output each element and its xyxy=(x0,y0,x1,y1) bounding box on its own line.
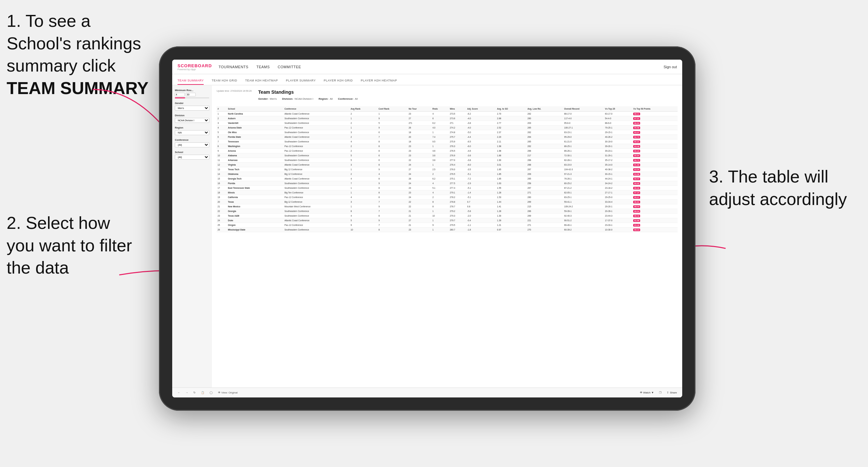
cell-no-tour: 22 xyxy=(408,200,432,204)
table-row: 4 Arizona State Pac-12 Conference 1 9 26… xyxy=(217,126,678,130)
toolbar-timer-btn[interactable]: ◯ xyxy=(208,391,214,395)
nav-teams[interactable]: TEAMS xyxy=(256,64,270,70)
cell-conference: Atlantic Coast Conference xyxy=(283,177,350,181)
cell-school: North Carolina xyxy=(227,112,283,116)
minimum-round-track xyxy=(175,97,209,98)
table-header-row: # School Conference Avg Rank Conf Rank N… xyxy=(217,106,678,112)
cell-wins: 276.5 xyxy=(449,149,466,153)
cell-conf-rank: 8 xyxy=(377,163,408,167)
table-row: 17 East Tennessee State Southeastern Con… xyxy=(217,186,678,190)
cell-rank: 8 xyxy=(217,144,227,149)
cell-rnds: 2 xyxy=(432,172,449,177)
division-label: Division xyxy=(175,114,209,117)
cell-points: 87.24 xyxy=(632,190,678,195)
cell-avg-low: 269 xyxy=(527,200,563,204)
cell-wins: 276.4 xyxy=(449,163,466,167)
table-row: 18 Illinois Big Ten Conference 1 8 23 4 … xyxy=(217,190,678,195)
subnav-player-summary[interactable]: PLAYER SUMMARY xyxy=(286,79,316,85)
subnav-player-h2h-grid[interactable]: PLAYER H2H GRID xyxy=(323,79,353,85)
cell-conference: Southeastern Conference xyxy=(283,214,350,218)
cell-avg-rank: 2 xyxy=(350,121,377,126)
toolbar-expand-btn[interactable]: ❐ xyxy=(658,391,663,395)
cell-school: Auburn xyxy=(227,116,283,121)
cell-conference: Southeastern Conference xyxy=(283,130,350,135)
cell-points: 80.94 xyxy=(632,153,678,158)
logo-text: SCOREBOARD xyxy=(178,63,212,68)
cell-overall: 95-29-0 xyxy=(563,135,604,139)
cell-conf-rank: 8 xyxy=(377,144,408,149)
cell-rank: 13 xyxy=(217,167,227,172)
cell-no-tour: 23 xyxy=(408,153,432,158)
nav-committee[interactable]: COMMITTEE xyxy=(278,64,301,70)
subnav-team-h2h-heatmap[interactable]: TEAM H2H HEATMAP xyxy=(245,79,278,85)
table-row: 23 Texas A&M Southeastern Conference 4 8… xyxy=(217,214,678,218)
toolbar-view-original-btn[interactable]: 👁 View: Original xyxy=(217,391,239,395)
cell-vs25: 35-14-0 xyxy=(604,163,632,167)
table-row: 13 Texas Tech Big 12 Conference 1 9 27 2… xyxy=(217,167,678,172)
cell-vs25: 29-25-0 xyxy=(604,195,632,200)
nav-tournaments[interactable]: TOURNAMENTS xyxy=(219,64,248,70)
points-badge: 83.34 xyxy=(633,168,640,171)
conference-select[interactable]: (All) xyxy=(175,143,209,147)
sign-out-button[interactable]: Sign out xyxy=(664,65,677,69)
cell-avg-rank: 5 xyxy=(350,153,377,158)
cell-rnds: 1 xyxy=(432,130,449,135)
cell-adj-score: -7.2 xyxy=(466,177,496,181)
cell-avg-low: 217 xyxy=(527,153,563,158)
cell-vs25: 34-24-2 xyxy=(604,181,632,186)
toolbar-back-btn[interactable]: ← xyxy=(176,391,182,395)
cell-avg-rank: 1 xyxy=(350,126,377,130)
col-rank: # xyxy=(217,106,227,112)
cell-overall: 109-24-2 xyxy=(563,204,604,209)
toolbar-forward-btn[interactable]: → xyxy=(184,391,189,395)
points-badge: 80.21 xyxy=(633,141,640,143)
cell-wins: 279.1 xyxy=(449,190,466,195)
cell-conf-rank: 8 xyxy=(377,227,408,232)
cell-conf-rank: 8 xyxy=(377,149,408,153)
cell-rnds: 1 xyxy=(432,209,449,214)
col-overall: Overall Record xyxy=(563,106,604,112)
cell-conference: Southeastern Conference xyxy=(283,116,350,121)
cell-vs25: 31-29-1 xyxy=(604,153,632,158)
subnav-team-summary[interactable]: TEAM SUMMARY xyxy=(178,79,204,85)
cell-rnds: 1 xyxy=(432,144,449,149)
subnav-player-h2h-heatmap[interactable]: PLAYER H2H HEATMAP xyxy=(361,79,397,85)
minimum-round-max-input[interactable] xyxy=(186,93,196,96)
cell-conf-rank: 9 xyxy=(377,116,408,121)
cell-conference: Southeastern Conference xyxy=(283,158,350,163)
cell-no-tour: 24 xyxy=(408,186,432,190)
cell-overall: 80-25-2 xyxy=(563,181,604,186)
division-select[interactable]: NCAA Division I NCAA Division II NCAA Di… xyxy=(175,118,209,123)
minimum-round-min-input[interactable] xyxy=(175,93,185,96)
cell-avg-so: 2.70 xyxy=(496,112,527,116)
school-select[interactable]: (All) xyxy=(175,155,209,160)
table-row: 3 Vanderbilt Southeastern Conference 2 5… xyxy=(217,121,678,126)
cell-vs25: 20-39-1 xyxy=(604,209,632,214)
region-select[interactable]: N/A All xyxy=(175,130,209,135)
cell-avg-low: 269 xyxy=(527,214,563,218)
cell-conference: Big 12 Conference xyxy=(283,172,350,177)
table-row: 16 Florida Southeastern Conference 7 9 2… xyxy=(217,181,678,186)
cell-vs25: 30-19-0 xyxy=(604,139,632,144)
table-row: 21 New Mexico Mountain West Conference 1… xyxy=(217,204,678,209)
cell-conference: Southeastern Conference xyxy=(283,139,350,144)
toolbar-copy-btn[interactable]: 📋 xyxy=(200,391,206,395)
subnav-team-h2h-grid[interactable]: TEAM H2H GRID xyxy=(212,79,237,85)
cell-avg-rank: 3 xyxy=(350,130,377,135)
toolbar-refresh-btn[interactable]: ↻ xyxy=(192,391,197,395)
cell-avg-low: 271 xyxy=(527,190,563,195)
cell-adj-score: -4.0 xyxy=(466,126,496,130)
cell-rnds: 4.6 xyxy=(432,149,449,153)
cell-avg-so: 1.39 xyxy=(496,218,527,223)
cell-school: Illinois xyxy=(227,190,283,195)
share-button[interactable]: ⇧ Share xyxy=(665,391,678,395)
gender-select[interactable]: Men's Women's xyxy=(175,106,209,111)
watch-button[interactable]: 👁 Watch ▼ xyxy=(639,391,655,395)
cell-adj-score: -4.0 xyxy=(466,116,496,121)
conference-display-label: Conference: xyxy=(338,97,354,100)
cell-adj-score: 0.8 xyxy=(466,204,496,209)
cell-no-tour: 28 xyxy=(408,177,432,181)
cell-rank: 24 xyxy=(217,218,227,223)
gender-display-value: Men's xyxy=(270,97,277,100)
points-badge: 80.47 xyxy=(633,178,640,180)
